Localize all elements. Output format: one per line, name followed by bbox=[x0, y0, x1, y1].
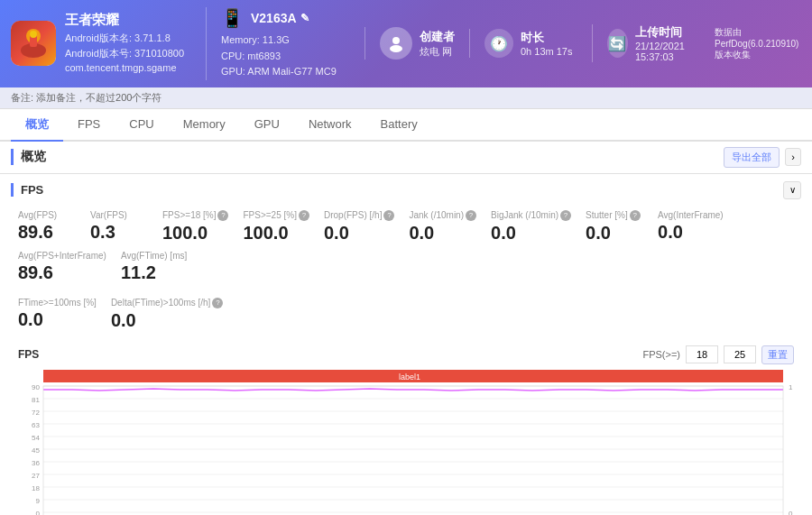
game-android-code: Android版本号: 371010800 bbox=[65, 46, 184, 61]
svg-text:72: 72 bbox=[32, 409, 40, 417]
annotation-bar: 备注: 添加备注，不超过200个字符 bbox=[0, 87, 812, 109]
fps-title: FPS bbox=[11, 183, 43, 197]
top-note: 数据由PerfDog(6.0.210910)版本收集 bbox=[715, 26, 801, 61]
stat-label-fps-18: FPS>=18 [%] ? bbox=[162, 210, 228, 221]
fps-threshold-label: FPS(>=) bbox=[642, 349, 680, 360]
duration-value: 0h 13m 17s bbox=[521, 46, 572, 57]
svg-text:54: 54 bbox=[32, 434, 40, 442]
tab-battery[interactable]: Battery bbox=[366, 110, 432, 140]
svg-point-4 bbox=[392, 37, 400, 44]
svg-text:36: 36 bbox=[32, 459, 40, 467]
stat-value-avg-fps-interframe: 89.6 bbox=[18, 262, 106, 283]
help-drop-fps[interactable]: ? bbox=[383, 210, 394, 221]
duration-info: 🕐 时长 0h 13m 17s bbox=[469, 29, 577, 58]
stat-label-avg-ftime: Avg(FTime) [ms] bbox=[121, 251, 187, 261]
threshold-input-1[interactable] bbox=[686, 345, 718, 363]
fps-stats-grid: Avg(FPS) 89.6 Var(FPS) 0.3 FPS>=18 [%] ?… bbox=[11, 207, 801, 287]
svg-text:9: 9 bbox=[36, 497, 41, 505]
svg-text:45: 45 bbox=[32, 446, 40, 455]
device-name: V2163A ✎ bbox=[251, 11, 309, 25]
help-fps-25[interactable]: ? bbox=[299, 210, 309, 221]
stat-stutter: Stutter [%] ? 0.0 bbox=[578, 207, 651, 247]
creator-details: 创建者 炫电 网 bbox=[420, 29, 455, 59]
fps-chart-controls: FPS(>=) 重置 bbox=[642, 345, 794, 364]
svg-text:81: 81 bbox=[32, 396, 40, 404]
device-icon: 📱 bbox=[221, 7, 244, 29]
creator-label: 创建者 bbox=[420, 29, 455, 45]
fps-chart-container: FPS FPS(>=) 重置 label1 bbox=[11, 342, 801, 515]
game-title: 王者荣耀 bbox=[65, 12, 184, 29]
nav-tabs: 概览 FPS CPU Memory GPU Network Battery bbox=[0, 109, 812, 142]
tab-cpu[interactable]: CPU bbox=[115, 110, 168, 140]
upload-icon: 🔄 bbox=[607, 29, 628, 58]
fps-section-header: FPS ∨ bbox=[11, 181, 801, 199]
tab-gpu[interactable]: GPU bbox=[240, 110, 294, 140]
svg-text:0: 0 bbox=[36, 510, 41, 515]
fps-chart-header: FPS FPS(>=) 重置 bbox=[18, 345, 794, 364]
stat-label-avg-fps: Avg(FPS) bbox=[18, 210, 76, 220]
stat-value-delta-ftime: 0.0 bbox=[111, 310, 224, 331]
fps-stats-grid-2: FTime>=100ms [%] 0.0 Delta(FTime)>100ms … bbox=[11, 294, 801, 335]
svg-point-3 bbox=[30, 31, 37, 38]
tab-overview[interactable]: 概览 bbox=[11, 109, 63, 142]
upload-time-value: 21/12/2021 15:37:03 bbox=[635, 41, 700, 62]
help-jank[interactable]: ? bbox=[466, 210, 476, 221]
user-avatar bbox=[380, 27, 412, 60]
svg-text:18: 18 bbox=[32, 484, 40, 492]
game-android-version: Android版本名: 3.71.1.8 bbox=[65, 31, 184, 46]
clock-icon: 🕐 bbox=[484, 29, 513, 58]
help-fps-18[interactable]: ? bbox=[217, 210, 228, 221]
stat-value-avg-ftime: 11.2 bbox=[121, 262, 187, 283]
stat-value-ftime-100: 0.0 bbox=[18, 309, 97, 330]
upload-time-info: 🔄 上传时间 21/12/2021 15:37:03 bbox=[592, 24, 700, 62]
main-content: FPS ∨ Avg(FPS) 89.6 Var(FPS) 0.3 FPS>=18… bbox=[0, 174, 812, 515]
device-info: 📱 V2163A ✎ Memory: 11.3G CPU: mt6893 GPU… bbox=[206, 7, 350, 80]
stat-value-avg-interframe: 0.0 bbox=[658, 222, 724, 243]
stat-label-jank: Jank (/10min) ? bbox=[409, 210, 476, 221]
svg-text:label1: label1 bbox=[399, 372, 420, 382]
collapse-overview-button[interactable]: › bbox=[785, 148, 801, 166]
tab-network[interactable]: Network bbox=[294, 110, 366, 140]
help-stutter[interactable]: ? bbox=[630, 210, 641, 221]
game-details: 王者荣耀 Android版本名: 3.71.1.8 Android版本号: 37… bbox=[65, 12, 184, 76]
export-all-button[interactable]: 导出全部 bbox=[724, 147, 780, 168]
stat-value-bigjank: 0.0 bbox=[491, 223, 571, 244]
stat-value-stutter: 0.0 bbox=[586, 223, 643, 244]
fps-chart: label1 0 9 18 2 bbox=[18, 368, 794, 515]
stat-fps-25: FPS>=25 [%] ? 100.0 bbox=[235, 207, 316, 247]
stat-jank: Jank (/10min) ? 0.0 bbox=[401, 207, 484, 247]
svg-text:63: 63 bbox=[32, 421, 40, 429]
stat-value-drop-fps: 0.0 bbox=[324, 223, 394, 244]
help-bigjank[interactable]: ? bbox=[560, 210, 571, 221]
stat-value-fps-18: 100.0 bbox=[162, 223, 228, 244]
stat-label-stutter: Stutter [%] ? bbox=[586, 210, 643, 221]
device-cpu: CPU: mt6893 bbox=[221, 49, 350, 65]
threshold-input-2[interactable] bbox=[724, 345, 756, 363]
overview-title: 概览 bbox=[11, 149, 46, 165]
svg-point-5 bbox=[390, 45, 402, 52]
duration-label: 时长 bbox=[521, 30, 572, 46]
tab-fps[interactable]: FPS bbox=[63, 110, 115, 140]
svg-text:90: 90 bbox=[32, 383, 40, 391]
edit-icon[interactable]: ✎ bbox=[300, 12, 309, 24]
stat-ftime-100: FTime>=100ms [%] 0.0 bbox=[11, 294, 104, 335]
stat-label-var-fps: Var(FPS) bbox=[90, 210, 148, 220]
duration-details: 时长 0h 13m 17s bbox=[521, 30, 572, 57]
stat-label-drop-fps: Drop(FPS) [/h] ? bbox=[324, 210, 394, 221]
stat-value-jank: 0.0 bbox=[409, 223, 476, 244]
tab-memory[interactable]: Memory bbox=[169, 110, 240, 140]
svg-text:27: 27 bbox=[32, 472, 40, 480]
stat-label-avg-interframe: Avg(InterFrame) bbox=[658, 210, 724, 220]
collapse-fps-button[interactable]: ∨ bbox=[783, 181, 801, 199]
device-gpu: GPU: ARM Mali-G77 MC9 bbox=[221, 64, 350, 80]
help-delta-ftime[interactable]: ? bbox=[212, 298, 223, 308]
creator-info: 创建者 炫电 网 bbox=[364, 27, 455, 60]
game-info: 王者荣耀 Android版本名: 3.71.1.8 Android版本号: 37… bbox=[11, 12, 191, 76]
stat-avg-ftime: Avg(FTime) [ms] 11.2 bbox=[114, 247, 194, 287]
stat-label-bigjank: BigJank (/10min) ? bbox=[491, 210, 571, 221]
reset-button[interactable]: 重置 bbox=[761, 345, 794, 364]
stat-value-avg-fps: 89.6 bbox=[18, 222, 76, 243]
stat-drop-fps: Drop(FPS) [/h] ? 0.0 bbox=[317, 207, 401, 247]
game-icon bbox=[11, 21, 56, 66]
upload-time-details: 上传时间 21/12/2021 15:37:03 bbox=[635, 24, 700, 62]
